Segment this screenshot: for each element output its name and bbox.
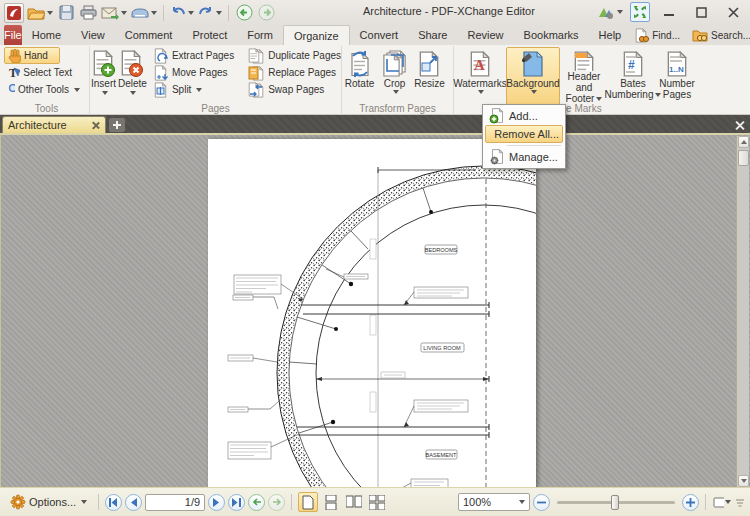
scrollbar-thumb[interactable] <box>738 150 749 166</box>
search-icon <box>692 28 708 42</box>
extract-pages-button[interactable]: Extract Pages <box>150 47 238 64</box>
swap-pages-icon <box>248 82 265 98</box>
duplicate-pages-button[interactable]: Duplicate Pages <box>244 47 345 64</box>
redo-button[interactable] <box>197 3 223 23</box>
scroll-down-button[interactable] <box>738 475 749 487</box>
move-pages-button[interactable]: Move Pages <box>150 64 238 81</box>
two-pages-layout-button[interactable] <box>344 492 364 512</box>
menu-item-manage[interactable]: Manage... <box>485 148 563 166</box>
tab-convert[interactable]: Convert <box>350 25 409 45</box>
zoom-level-combo[interactable]: 100% <box>458 493 530 511</box>
first-page-button[interactable] <box>105 494 122 511</box>
scan-button[interactable] <box>130 3 158 23</box>
background-button[interactable]: Background <box>506 47 560 105</box>
page-number-value: 1/9 <box>185 496 200 508</box>
crop-button[interactable]: Crop <box>377 47 412 103</box>
app-logo-icon[interactable] <box>4 3 24 23</box>
hand-tool-button[interactable]: Hand <box>4 47 60 64</box>
next-view-button[interactable] <box>268 494 285 511</box>
back-button[interactable] <box>234 3 254 23</box>
resize-label: Resize <box>414 78 445 89</box>
next-page-button[interactable] <box>208 494 225 511</box>
tab-help[interactable]: Help <box>589 25 632 45</box>
tab-home[interactable]: Home <box>22 25 71 45</box>
minimize-button[interactable] <box>656 3 682 22</box>
tab-form[interactable]: Form <box>237 25 283 45</box>
other-tools-button[interactable]: Other Tools <box>4 81 84 98</box>
rotate-button[interactable]: Rotate <box>342 47 377 103</box>
header-footer-button[interactable]: Header and Footer <box>560 47 608 105</box>
zoom-level-value: 100% <box>463 496 491 508</box>
split-button[interactable]: Split <box>150 81 238 98</box>
open-button[interactable] <box>26 3 54 23</box>
architecture-drawing: BEDROOMS LIVING ROOM BASEMENT <box>208 139 536 489</box>
menu-item-add[interactable]: Add... <box>485 107 563 125</box>
scroll-down-icon <box>741 479 747 483</box>
replace-pages-button[interactable]: Replace Pages <box>244 64 345 81</box>
tab-share[interactable]: Share <box>408 25 457 45</box>
page-number-field[interactable]: 1/9 <box>145 494 205 511</box>
watermarks-button[interactable]: A Watermarks <box>454 47 506 105</box>
undo-button[interactable] <box>169 3 195 23</box>
zoom-out-button[interactable] <box>533 494 550 511</box>
split-icon <box>154 82 169 98</box>
save-button[interactable] <box>56 3 76 23</box>
zoom-in-button[interactable] <box>682 494 699 511</box>
delete-pages-button[interactable]: Delete <box>117 47 148 103</box>
group-transform-pages: Rotate Crop Resize Transform Pages <box>342 46 454 115</box>
zoom-slider-thumb[interactable] <box>611 495 619 510</box>
insert-caret-icon <box>102 91 108 95</box>
document-tab-close-icon[interactable] <box>92 121 100 129</box>
forward-button[interactable] <box>256 3 276 23</box>
tab-protect[interactable]: Protect <box>182 25 237 45</box>
single-page-layout-button[interactable] <box>298 492 318 512</box>
header-footer-caret-icon <box>596 97 602 101</box>
vertical-scrollbar[interactable] <box>736 136 749 487</box>
menu-item-remove-all[interactable]: Remove All... <box>485 125 563 143</box>
tab-bookmarks[interactable]: Bookmarks <box>514 25 589 45</box>
bates-numbering-button[interactable]: # Bates Numbering <box>608 47 658 105</box>
ui-options-button[interactable] <box>596 2 624 22</box>
maximize-button[interactable] <box>688 3 714 22</box>
insert-pages-button[interactable]: Insert <box>90 47 117 103</box>
number-pages-button[interactable]: 1..N Number Pages <box>658 47 696 105</box>
options-button[interactable]: Options... <box>5 492 92 512</box>
select-text-button[interactable]: T Select Text <box>4 64 76 81</box>
document-page[interactable]: BEDROOMS LIVING ROOM BASEMENT <box>208 139 536 489</box>
print-button[interactable] <box>78 3 98 23</box>
document-tab-architecture[interactable]: Architecture <box>2 116 106 133</box>
window-title: Architecture - PDF-XChange Editor <box>363 5 535 17</box>
resize-button[interactable]: Resize <box>412 47 447 103</box>
add-background-icon <box>489 108 504 124</box>
fit-page-button[interactable] <box>712 492 732 512</box>
tab-file[interactable]: File <box>4 25 22 45</box>
svg-text:A: A <box>474 57 485 73</box>
swap-pages-button[interactable]: Swap Pages <box>244 81 345 98</box>
crop-label: Crop <box>384 78 406 89</box>
svg-text:1..N: 1..N <box>669 65 684 74</box>
replace-pages-label: Replace Pages <box>268 67 336 78</box>
new-tab-button[interactable] <box>109 118 125 132</box>
close-button[interactable] <box>720 3 746 22</box>
number-pages-icon: 1..N <box>665 50 689 78</box>
find-button[interactable]: Find... <box>631 26 684 44</box>
undo-caret-icon <box>188 11 194 15</box>
tab-view[interactable]: View <box>71 25 115 45</box>
fullscreen-button[interactable] <box>630 2 650 22</box>
last-page-button[interactable] <box>228 494 245 511</box>
search-button[interactable]: Search... <box>688 26 750 44</box>
scroll-up-button[interactable] <box>738 136 749 148</box>
two-pages-continuous-layout-button[interactable] <box>367 492 387 512</box>
previous-view-button[interactable] <box>248 494 265 511</box>
statusbar-expander-icon[interactable] <box>735 498 745 507</box>
tab-bar-close-button[interactable] <box>735 120 745 130</box>
zoom-slider[interactable] <box>557 501 675 504</box>
delete-icon <box>120 50 144 78</box>
tab-comment[interactable]: Comment <box>115 25 183 45</box>
email-button[interactable] <box>100 3 128 23</box>
crop-caret-icon <box>393 90 399 94</box>
previous-page-button[interactable] <box>125 494 142 511</box>
tab-review[interactable]: Review <box>457 25 513 45</box>
tab-organize[interactable]: Organize <box>283 25 350 45</box>
continuous-layout-button[interactable] <box>321 492 341 512</box>
